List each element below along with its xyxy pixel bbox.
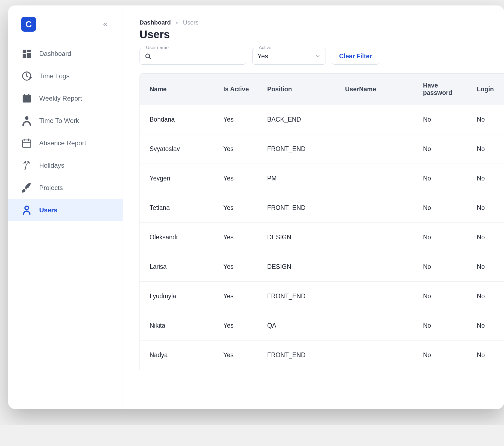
svg-rect-0 [23, 50, 26, 53]
collapse-sidebar-button[interactable] [101, 20, 110, 29]
users-table-wrap: NameIs ActivePositionUserNameHave passwo… [139, 73, 504, 370]
breadcrumb: Dashboard ● Users [139, 19, 504, 26]
sidebar-item-label: Projects [39, 184, 63, 192]
chevron-down-icon [315, 53, 321, 59]
table-cell: No [470, 311, 504, 340]
table-row[interactable]: TetianaYesFRONT_ENDNoNo [140, 193, 504, 223]
svg-point-9 [25, 116, 28, 120]
table-cell: No [416, 223, 470, 252]
sidebar-item-label: Dashboard [39, 50, 71, 58]
table-cell: Tetiana [140, 193, 216, 223]
sidebar-item-label: Time Logs [39, 72, 69, 80]
table-cell: No [416, 164, 470, 193]
table-cell: Larisa [140, 252, 216, 282]
table-cell: Yes [216, 134, 260, 164]
sidebar-item-absencereport[interactable]: Absence Report [8, 132, 123, 154]
sidebar-item-label: Absence Report [39, 139, 86, 147]
table-cell: Yes [216, 105, 260, 134]
table-cell: No [416, 340, 470, 370]
breadcrumb-root[interactable]: Dashboard [139, 19, 171, 26]
sidebar-item-label: Users [39, 206, 57, 214]
column-header[interactable]: UserName [338, 74, 416, 105]
table-row[interactable]: NikitaYesQANoNo [140, 311, 504, 340]
table-row[interactable]: SvyatoslavYesFRONT_ENDNoNo [140, 134, 504, 164]
table-cell: Yes [216, 340, 260, 370]
table-cell: Yevgen [140, 164, 216, 193]
table-cell [338, 164, 416, 193]
table-cell: No [470, 164, 504, 193]
chevron-double-left-icon [102, 21, 108, 27]
table-cell: Svyatoslav [140, 134, 216, 164]
active-filter-value: Yes [257, 52, 268, 60]
table-cell: FRONT_END [260, 282, 338, 311]
table-cell [338, 223, 416, 252]
main-content: Dashboard ● Users Users User name Active… [123, 5, 504, 409]
table-cell: No [470, 252, 504, 282]
table-cell: No [416, 311, 470, 340]
sidebar-item-holidays[interactable]: Holidays [8, 154, 123, 177]
table-cell: FRONT_END [260, 340, 338, 370]
table-cell: No [416, 252, 470, 282]
table-cell [338, 311, 416, 340]
table-cell: Lyudmyla [140, 282, 216, 311]
svg-rect-10 [23, 140, 31, 147]
table-cell: Yes [216, 311, 260, 340]
column-header[interactable]: Is Active [216, 74, 260, 105]
sidebar-item-timelogs[interactable]: Time Logs [8, 65, 123, 87]
table-cell: PM [260, 164, 338, 193]
table-cell: No [416, 105, 470, 134]
clear-filter-button[interactable]: Clear Filter [332, 48, 379, 65]
table-cell: No [416, 193, 470, 223]
holidays-icon [21, 160, 32, 171]
table-cell: No [470, 282, 504, 311]
table-cell: No [470, 105, 504, 134]
table-cell: Nikita [140, 311, 216, 340]
table-cell: FRONT_END [260, 134, 338, 164]
app-frame: C DashboardTime LogsWeekly ReportTime To… [8, 5, 504, 409]
svg-rect-8 [28, 94, 29, 96]
table-row[interactable]: LarisaYesDESIGNNoNo [140, 252, 504, 282]
column-header[interactable]: Have password [416, 74, 470, 105]
column-header[interactable]: Name [140, 74, 216, 105]
column-header[interactable]: Position [260, 74, 338, 105]
table-cell: FRONT_END [260, 193, 338, 223]
table-row[interactable]: YevgenYesPMNoNo [140, 164, 504, 193]
table-row[interactable]: BohdanaYesBACK_ENDNoNo [140, 105, 504, 134]
table-row[interactable]: NadyaYesFRONT_ENDNoNo [140, 340, 504, 370]
sidebar-item-projects[interactable]: Projects [8, 177, 123, 199]
sidebar-item-label: Time To Work [39, 117, 79, 125]
table-row[interactable]: LyudmylaYesFRONT_ENDNoNo [140, 282, 504, 311]
sidebar: C DashboardTime LogsWeekly ReportTime To… [8, 5, 123, 409]
table-cell: Yes [216, 282, 260, 311]
table-cell [338, 105, 416, 134]
breadcrumb-current: Users [183, 19, 198, 26]
projects-icon [21, 182, 32, 193]
table-cell: No [470, 134, 504, 164]
table-cell: No [470, 223, 504, 252]
svg-rect-2 [27, 53, 31, 58]
svg-rect-7 [24, 94, 25, 96]
table-cell: No [470, 193, 504, 223]
svg-point-11 [28, 186, 29, 187]
sidebar-item-label: Holidays [39, 162, 64, 169]
table-row[interactable]: OleksandrYesDESIGNNoNo [140, 223, 504, 252]
svg-rect-3 [23, 54, 26, 58]
search-icon [145, 53, 151, 60]
sidebar-item-timetowork[interactable]: Time To Work [8, 110, 123, 132]
username-filter-input[interactable] [151, 53, 241, 60]
table-cell: Yes [216, 223, 260, 252]
breadcrumb-separator: ● [176, 20, 178, 25]
users-icon [21, 205, 32, 216]
table-cell [338, 340, 416, 370]
sidebar-item-dashboard[interactable]: Dashboard [8, 43, 123, 65]
table-cell: BACK_END [260, 105, 338, 134]
sidebar-item-weeklyreport[interactable]: Weekly Report [8, 87, 123, 110]
column-header[interactable]: Login [470, 74, 504, 105]
table-cell: Nadya [140, 340, 216, 370]
table-cell: DESIGN [260, 252, 338, 282]
table-cell [338, 134, 416, 164]
dashboard-icon [21, 48, 32, 59]
sidebar-item-users[interactable]: Users [8, 199, 123, 221]
table-cell [338, 282, 416, 311]
table-cell [338, 252, 416, 282]
